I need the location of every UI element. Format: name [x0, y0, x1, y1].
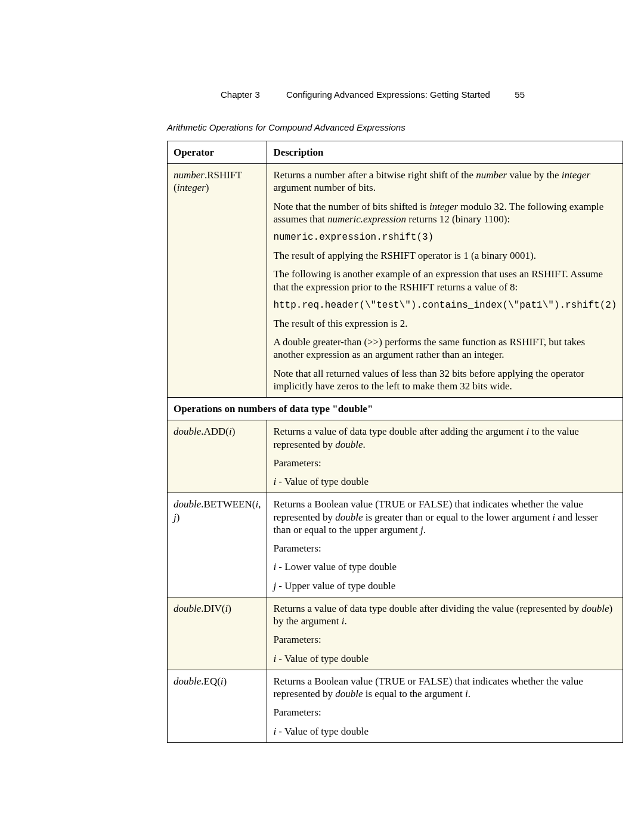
row-between: double.BETWEEN(i, j) Returns a Boolean v… [168, 493, 623, 597]
operator-rshift: number.RSHIFT (integer) [168, 164, 267, 398]
div-p3: i - Value of type double [273, 652, 617, 665]
operator-between: double.BETWEEN(i, j) [168, 493, 267, 597]
row-section-double: Operations on numbers of data type "doub… [168, 398, 623, 420]
rshift-p4: The following is another example of an e… [273, 268, 617, 293]
col-operator: Operator [168, 141, 267, 163]
add-p2: Parameters: [273, 457, 617, 469]
row-add: double.ADD(i) Returns a value of data ty… [168, 420, 623, 493]
description-div: Returns a value of data type double afte… [267, 597, 623, 670]
div-p1: Returns a value of data type double afte… [273, 602, 617, 628]
page-number: 55 [515, 89, 525, 101]
chapter-label: Chapter 3 [221, 89, 260, 100]
page-header: Chapter 3 Configuring Advanced Expressio… [167, 89, 525, 101]
rshift-p5: The result of this expression is 2. [273, 317, 617, 330]
description-rshift: Returns a number after a bitwise right s… [267, 164, 623, 398]
description-add: Returns a value of data type double afte… [267, 420, 623, 493]
table-caption: Arithmetic Operations for Compound Advan… [167, 122, 525, 134]
page: Chapter 3 Configuring Advanced Expressio… [0, 0, 644, 833]
eq-p2: Parameters: [273, 706, 617, 719]
operator-eq: double.EQ(i) [168, 670, 267, 742]
rshift-code1: numeric.expression.rshift(3) [273, 231, 617, 243]
description-between: Returns a Boolean value (TRUE or FALSE) … [267, 493, 623, 597]
row-div: double.DIV(i) Returns a value of data ty… [168, 597, 623, 670]
add-p3: i - Value of type double [273, 475, 617, 488]
div-p2: Parameters: [273, 633, 617, 646]
rshift-p2: Note that the number of bits shifted is … [273, 200, 617, 226]
between-p3: i - Lower value of type double [273, 561, 617, 573]
section-heading: Operations on numbers of data type "doub… [168, 398, 623, 420]
eq-p3: i - Value of type double [273, 725, 617, 738]
operator-add: double.ADD(i) [168, 420, 267, 493]
col-description: Description [267, 141, 623, 163]
rshift-p3: The result of applying the RSHIFT operat… [273, 249, 617, 262]
table-header-row: Operator Description [168, 141, 623, 163]
between-p1: Returns a Boolean value (TRUE or FALSE) … [273, 498, 617, 536]
chapter-title: Configuring Advanced Expressions: Gettin… [286, 89, 490, 100]
operations-table: Operator Description number.RSHIFT (inte… [167, 141, 623, 743]
description-eq: Returns a Boolean value (TRUE or FALSE) … [267, 670, 623, 742]
rshift-p7: Note that all returned values of less th… [273, 367, 617, 393]
rshift-code2: http.req.header(\"test\").contains_index… [273, 299, 617, 311]
operator-div: double.DIV(i) [168, 597, 267, 670]
between-p4: j - Upper value of type double [273, 580, 617, 592]
between-p2: Parameters: [273, 542, 617, 555]
row-eq: double.EQ(i) Returns a Boolean value (TR… [168, 670, 623, 742]
rshift-p6: A double greater-than (>>) performs the … [273, 336, 617, 361]
row-rshift: number.RSHIFT (integer) Returns a number… [168, 164, 623, 398]
add-p1: Returns a value of data type double afte… [273, 425, 617, 451]
eq-p1: Returns a Boolean value (TRUE or FALSE) … [273, 675, 617, 701]
rshift-p1: Returns a number after a bitwise right s… [273, 169, 617, 194]
